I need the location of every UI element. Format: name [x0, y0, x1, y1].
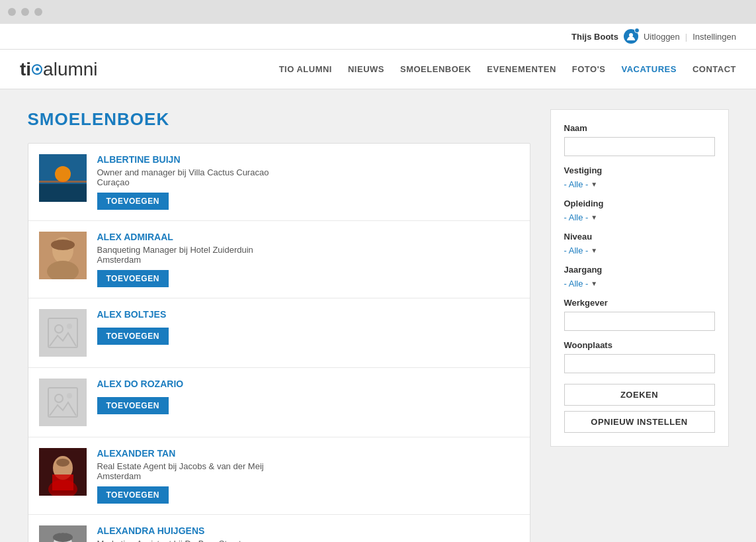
sidebar-inner: Naam Vestiging - Alle - ▼ Opleiding - Al… — [550, 109, 729, 447]
settings-link[interactable]: Instellingen — [693, 32, 736, 42]
svg-point-11 — [67, 324, 72, 329]
werkgever-label: Werkgever — [564, 298, 715, 308]
list-item: ALEXANDRA HUIJGENS Marketing Assistent b… — [28, 515, 530, 542]
opnieuw-instellen-button[interactable]: OPNIEUW INSTELLEN — [564, 411, 715, 433]
nav-vacatures[interactable]: VACATURES — [621, 64, 676, 74]
niveau-value: - Alle - — [564, 246, 589, 255]
woonplaats-label: Woonplaats — [564, 340, 715, 350]
naam-label: Naam — [564, 123, 715, 133]
chevron-down-icon: ▼ — [591, 280, 597, 287]
person-info: ALEXANDRA HUIJGENS Marketing Assistent b… — [97, 525, 519, 542]
person-info: ALEX ADMIRAAL Banqueting Manager bij Hot… — [97, 232, 519, 287]
person-name[interactable]: ALEX BOLTJES — [97, 309, 519, 320]
person-name[interactable]: ALEX DO ROZARIO — [97, 379, 519, 389]
navbar: ti alumni TIO ALUMNI NIEUWS SMOELENBOEK … — [0, 50, 756, 89]
people-list: ALBERTINE BUIJN Owner and manager bij Vi… — [28, 143, 530, 542]
werkgever-input[interactable] — [564, 312, 715, 331]
chevron-down-icon: ▼ — [591, 214, 597, 221]
main-section: SMOELENBOEK ALBERTINE BUIJN Owner and ma… — [28, 109, 530, 542]
person-name[interactable]: ALEXANDRA HUIJGENS — [97, 525, 519, 536]
list-item: ALBERTINE BUIJN Owner and manager bij Vi… — [28, 144, 530, 221]
sidebar: Naam Vestiging - Alle - ▼ Opleiding - Al… — [550, 109, 729, 542]
person-location: Amsterdam — [97, 471, 519, 481]
chevron-down-icon: ▼ — [591, 181, 597, 188]
jaargang-value: - Alle - — [564, 279, 589, 289]
avatar — [39, 525, 87, 542]
svg-point-19 — [56, 459, 69, 467]
avatar — [39, 309, 87, 357]
window-bar — [0, 0, 756, 24]
nav-contact[interactable]: CONTACT — [693, 64, 736, 74]
avatar — [39, 448, 87, 496]
person-job: Real Estate Agent bij Jacobs & van der M… — [97, 461, 519, 471]
toevoegen-button[interactable]: TOEVOEGEN — [97, 328, 169, 345]
woonplaats-input[interactable] — [564, 354, 715, 373]
top-bar: Thijs Boots Uitloggen | Instellingen — [0, 24, 756, 50]
svg-point-3 — [55, 166, 71, 182]
svg-point-23 — [53, 533, 73, 542]
opleiding-label: Opleiding — [564, 199, 715, 208]
list-item: ALEX ADMIRAAL Banqueting Manager bij Hot… — [28, 221, 530, 298]
main-nav: TIO ALUMNI NIEUWS SMOELENBOEK EVENEMENTE… — [279, 64, 736, 74]
svg-rect-18 — [52, 474, 73, 490]
toevoegen-button[interactable]: TOEVOEGEN — [97, 270, 169, 287]
toevoegen-button[interactable]: TOEVOEGEN — [97, 397, 169, 414]
opleiding-value: - Alle - — [564, 212, 589, 222]
toevoegen-button[interactable]: TOEVOEGEN — [97, 193, 169, 210]
nav-fotos[interactable]: FOTO'S — [572, 64, 606, 74]
niveau-label: Niveau — [564, 232, 715, 242]
niveau-select[interactable]: - Alle - ▼ — [564, 246, 715, 255]
person-job: Marketing Assistent bij De Boer Structur… — [97, 539, 519, 542]
page-title: SMOELENBOEK — [28, 109, 530, 130]
logout-link[interactable]: Uitloggen — [644, 32, 680, 42]
page-content: SMOELENBOEK ALBERTINE BUIJN Owner and ma… — [15, 89, 742, 542]
logo-dot-o — [32, 64, 42, 75]
person-name[interactable]: ALEX ADMIRAAL — [97, 232, 519, 242]
svg-point-14 — [67, 393, 72, 398]
window-dot-3 — [34, 8, 42, 16]
svg-rect-2 — [39, 184, 87, 202]
person-location: Amsterdam — [97, 255, 519, 265]
svg-point-8 — [51, 240, 75, 250]
opleiding-select[interactable]: - Alle - ▼ — [564, 212, 715, 222]
svg-rect-4 — [39, 181, 87, 183]
nav-smoelenboek[interactable]: SMOELENBOEK — [400, 64, 471, 74]
vestiging-value: - Alle - — [564, 179, 589, 189]
nav-nieuws[interactable]: NIEUWS — [348, 64, 384, 74]
notification-badge — [634, 28, 640, 33]
list-item: ALEXANDER TAN Real Estate Agent bij Jaco… — [28, 437, 530, 515]
window-dot-1 — [8, 8, 16, 16]
user-avatar-icon — [624, 29, 638, 44]
window-dot-2 — [21, 8, 29, 16]
avatar — [39, 154, 87, 202]
person-info: ALEXANDER TAN Real Estate Agent bij Jaco… — [97, 448, 519, 504]
person-info: ALEX DO ROZARIO TOEVOEGEN — [97, 379, 519, 414]
logo: ti alumni — [20, 59, 98, 80]
list-item: ALEX BOLTJES TOEVOEGEN — [28, 298, 530, 368]
svg-point-10 — [55, 325, 63, 333]
avatar — [39, 232, 87, 279]
list-item: ALEX DO ROZARIO TOEVOEGEN — [28, 368, 530, 437]
person-job: Owner and manager bij Villa Cactus Curac… — [97, 167, 519, 177]
toevoegen-button[interactable]: TOEVOEGEN — [97, 486, 169, 504]
person-name[interactable]: ALBERTINE BUIJN — [97, 154, 519, 165]
chevron-down-icon: ▼ — [591, 247, 597, 254]
username: Thijs Boots — [571, 32, 618, 42]
vestiging-label: Vestiging — [564, 165, 715, 175]
person-info: ALEX BOLTJES TOEVOEGEN — [97, 309, 519, 345]
jaargang-select[interactable]: - Alle - ▼ — [564, 279, 715, 289]
nav-tio-alumni[interactable]: TIO ALUMNI — [279, 64, 332, 74]
jaargang-label: Jaargang — [564, 265, 715, 275]
vestiging-select[interactable]: - Alle - ▼ — [564, 179, 715, 189]
person-info: ALBERTINE BUIJN Owner and manager bij Vi… — [97, 154, 519, 210]
person-location: Curaçao — [97, 177, 519, 187]
svg-point-13 — [55, 394, 63, 402]
zoeken-button[interactable]: ZOEKEN — [564, 384, 715, 406]
naam-input[interactable] — [564, 137, 715, 156]
avatar — [39, 379, 87, 426]
nav-evenementen[interactable]: EVENEMENTEN — [487, 64, 556, 74]
person-job: Banqueting Manager bij Hotel Zuiderduin — [97, 245, 519, 255]
person-name[interactable]: ALEXANDER TAN — [97, 448, 519, 459]
